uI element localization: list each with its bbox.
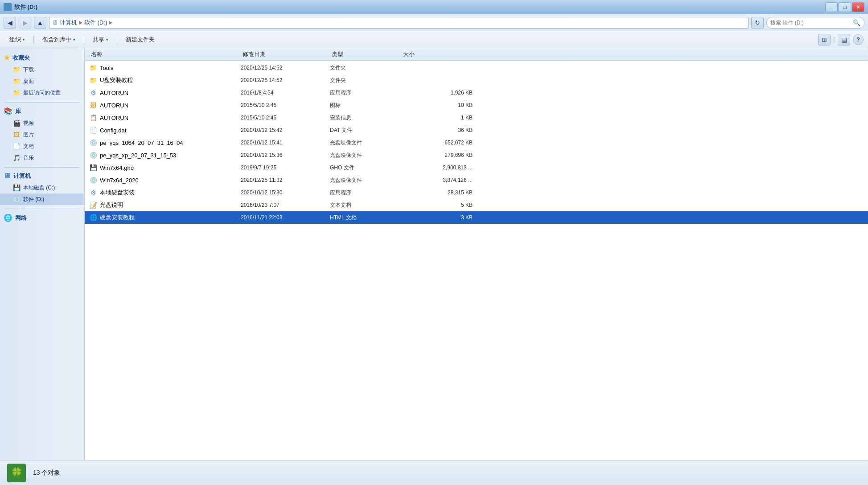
network-header[interactable]: 🌐 网络 xyxy=(0,212,84,224)
desktop-label: 桌面 xyxy=(23,78,34,85)
maximize-button[interactable]: □ xyxy=(839,2,851,12)
file-icon: 📁 xyxy=(89,76,97,84)
sidebar-item-c-drive[interactable]: 💾 本地磁盘 (C:) xyxy=(0,182,84,193)
download-label: 下载 xyxy=(23,66,34,74)
breadcrumb-drive[interactable]: 软件 (D:) xyxy=(84,19,107,27)
new-folder-button[interactable]: 新建文件夹 xyxy=(121,33,160,46)
breadcrumb[interactable]: 🖥 计算机 ▶ 软件 (D:) ▶ xyxy=(49,17,749,29)
search-icon[interactable]: 🔍 xyxy=(853,19,860,26)
file-row[interactable]: 📝 光盘说明 2016/10/23 7:07 文本文档 5 KB xyxy=(85,199,868,211)
library-icon: 📚 xyxy=(4,107,12,115)
video-label: 视频 xyxy=(23,119,34,127)
sidebar-item-images[interactable]: 🖼 图片 xyxy=(0,129,84,140)
col-name-header[interactable]: 名称 xyxy=(89,50,241,58)
help-button[interactable]: ? xyxy=(853,34,864,45)
file-size-cell: 10 KB xyxy=(401,102,473,108)
file-name-cell: 💿 pe_yqs_xp_20_07_31_15_53 xyxy=(89,151,241,159)
sidebar-item-d-drive[interactable]: 💿 软件 (D:) xyxy=(0,193,84,205)
toolbar-right: ⊞ | ▤ ? xyxy=(818,34,864,45)
file-row[interactable]: 🌐 硬盘安装教程 2016/11/21 22:03 HTML 文档 3 KB xyxy=(85,211,868,224)
search-input[interactable] xyxy=(770,20,851,26)
breadcrumb-icon: 🖥 xyxy=(52,19,58,26)
add-to-library-label: 包含到库中 xyxy=(42,36,71,44)
view-options-button[interactable]: ⊞ xyxy=(818,34,831,45)
file-name-cell: 💿 Win7x64_2020 xyxy=(89,176,241,184)
sidebar-divider-3 xyxy=(4,209,80,209)
file-name-cell: 💾 Win7x64.gho xyxy=(89,164,241,172)
search-box[interactable]: 🔍 xyxy=(766,17,864,29)
file-row[interactable]: 📁 U盘安装教程 2020/12/25 14:52 文件夹 xyxy=(85,74,868,86)
file-size-cell: 3 KB xyxy=(401,214,473,221)
organize-button[interactable]: 组织 ▾ xyxy=(4,33,30,46)
file-name-cell: 🌐 硬盘安装教程 xyxy=(89,214,241,222)
share-button[interactable]: 共享 ▾ xyxy=(88,33,113,46)
file-row[interactable]: 📁 Tools 2020/12/25 14:52 文件夹 xyxy=(85,62,868,74)
file-size-cell: 279,696 KB xyxy=(401,152,473,158)
back-button[interactable]: ◀ xyxy=(4,17,16,29)
close-button[interactable]: ✕ xyxy=(852,2,864,12)
file-row[interactable]: 💾 Win7x64.gho 2019/9/7 19:25 GHO 文件 2,90… xyxy=(85,161,868,174)
library-label: 库 xyxy=(15,107,21,115)
file-date-cell: 2016/1/8 4:54 xyxy=(241,90,330,96)
file-size-cell: 652,072 KB xyxy=(401,140,473,146)
file-row[interactable]: 🖼 AUTORUN 2015/5/10 2:45 图标 10 KB xyxy=(85,99,868,111)
file-type-cell: DAT 文件 xyxy=(330,127,401,134)
up-button[interactable]: ▲ xyxy=(34,17,46,29)
file-row[interactable]: 💿 pe_yqs_xp_20_07_31_15_53 2020/10/12 15… xyxy=(85,149,868,161)
file-date-cell: 2016/10/23 7:07 xyxy=(241,202,330,208)
sidebar: ★ 收藏夹 📁 下载 📁 桌面 📁 最近访问的位置 📚 库 xyxy=(0,48,85,460)
file-date-cell: 2015/5/10 2:45 xyxy=(241,102,330,108)
file-type-cell: 文件夹 xyxy=(330,77,401,84)
file-size-cell: 5 KB xyxy=(401,202,473,208)
organize-label: 组织 xyxy=(9,36,21,44)
sidebar-item-recent[interactable]: 📁 最近访问的位置 xyxy=(0,87,84,99)
col-type-header[interactable]: 类型 xyxy=(330,50,401,58)
sidebar-item-docs[interactable]: 📄 文档 xyxy=(0,140,84,152)
c-drive-label: 本地磁盘 (C:) xyxy=(23,184,55,192)
file-name-cell: 🖼 AUTORUN xyxy=(89,101,241,109)
file-row[interactable]: 📋 AUTORUN 2015/5/10 2:45 安装信息 1 KB xyxy=(85,111,868,124)
file-name-cell: 📁 U盘安装教程 xyxy=(89,76,241,84)
sidebar-item-desktop[interactable]: 📁 桌面 xyxy=(0,75,84,87)
file-date-cell: 2019/9/7 19:25 xyxy=(241,164,330,171)
network-section: 🌐 网络 xyxy=(0,212,84,224)
view-toggle-button[interactable]: ▤ xyxy=(838,34,850,45)
column-headers: 名称 修改日期 类型 大小 xyxy=(85,48,868,61)
col-date-header[interactable]: 修改日期 xyxy=(241,50,330,58)
toolbar-sep1 xyxy=(33,35,34,45)
forward-button[interactable]: ▶ xyxy=(19,17,31,29)
file-icon: ⚙ xyxy=(89,189,97,197)
file-icon: 📝 xyxy=(89,201,97,209)
file-name-text: AUTORUN xyxy=(100,115,128,121)
share-arrow: ▾ xyxy=(106,37,108,42)
address-bar: ◀ ▶ ▲ 🖥 计算机 ▶ 软件 (D:) ▶ ↻ 🔍 xyxy=(0,14,868,31)
content-area: 名称 修改日期 类型 大小 📁 Tools 2020/12/25 14:52 文… xyxy=(85,48,868,460)
refresh-button[interactable]: ↻ xyxy=(751,17,764,29)
file-row[interactable]: 💿 pe_yqs_1064_20_07_31_16_04 2020/10/12 … xyxy=(85,136,868,149)
docs-label: 文档 xyxy=(23,143,34,150)
sidebar-item-music[interactable]: 🎵 音乐 xyxy=(0,152,84,164)
minimize-button[interactable]: _ xyxy=(825,2,838,12)
d-drive-icon: 💿 xyxy=(12,195,21,203)
file-date-cell: 2020/10/12 15:36 xyxy=(241,152,330,158)
file-row[interactable]: ⚙ 本地硬盘安装 2020/10/12 15:30 应用程序 28,315 KB xyxy=(85,186,868,199)
computer-section: 🖥 计算机 💾 本地磁盘 (C:) 💿 软件 (D:) xyxy=(0,170,84,205)
col-size-header[interactable]: 大小 xyxy=(401,50,473,58)
status-bar: 🍀 13 个对象 xyxy=(0,460,868,485)
recent-icon: 📁 xyxy=(12,89,21,97)
breadcrumb-computer[interactable]: 计算机 xyxy=(60,19,77,27)
file-type-cell: 文本文档 xyxy=(330,201,401,209)
file-row[interactable]: ⚙ AUTORUN 2016/1/8 4:54 应用程序 1,926 KB xyxy=(85,86,868,99)
file-row[interactable]: 💿 Win7x64_2020 2020/12/25 11:32 光盘映像文件 3… xyxy=(85,174,868,186)
sidebar-item-video[interactable]: 🎬 视频 xyxy=(0,117,84,129)
file-name-text: Win7x64.gho xyxy=(100,164,134,171)
file-icon: ⚙ xyxy=(89,89,97,97)
sidebar-item-download[interactable]: 📁 下载 xyxy=(0,64,84,75)
file-row[interactable]: 📄 Config.dat 2020/10/12 15:42 DAT 文件 36 … xyxy=(85,124,868,136)
favorites-header[interactable]: ★ 收藏夹 xyxy=(0,52,84,64)
library-header[interactable]: 📚 库 xyxy=(0,105,84,117)
file-name-cell: 📁 Tools xyxy=(89,64,241,72)
file-date-cell: 2020/10/12 15:42 xyxy=(241,127,330,133)
computer-header[interactable]: 🖥 计算机 xyxy=(0,170,84,182)
add-to-library-button[interactable]: 包含到库中 ▾ xyxy=(37,33,80,46)
